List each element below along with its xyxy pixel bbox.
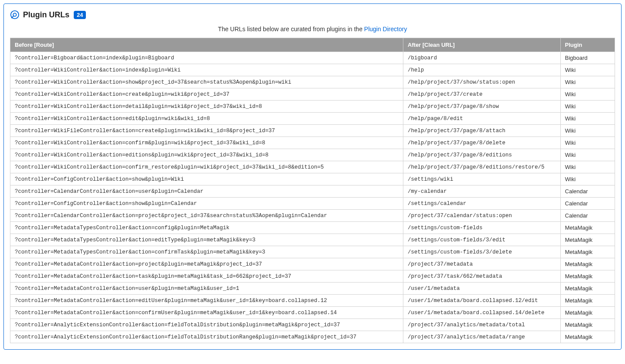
table-row: ?controller=WikiController&action=index&… xyxy=(10,64,615,76)
plugin-urls-panel: Plugin URLs 24 The URLs listed below are… xyxy=(3,3,622,350)
cell-plugin: Bigboard xyxy=(560,52,615,64)
table-row: ?controller=WikiController&action=show&p… xyxy=(10,76,615,88)
cell-before: ?controller=MetadataTypesController&acti… xyxy=(10,222,403,234)
table-row: ?controller=WikiController&action=confir… xyxy=(10,161,615,173)
cell-plugin: Wiki xyxy=(560,113,615,125)
cell-before: ?controller=CalendarController&action=pr… xyxy=(10,210,403,222)
cell-plugin: Wiki xyxy=(560,125,615,137)
table-row: ?controller=WikiController&action=detail… xyxy=(10,101,615,113)
cell-plugin: MetaMagik xyxy=(560,222,615,234)
cell-after: /help/project/37/page/8/editions xyxy=(403,149,560,161)
cell-before: ?controller=WikiController&action=confir… xyxy=(10,137,403,149)
table-row: ?controller=WikiController&action=create… xyxy=(10,88,615,101)
cell-after: /settings/custom-fields xyxy=(403,222,560,234)
panel-header: Plugin URLs 24 xyxy=(10,10,615,20)
cell-after: /settings/custom-fields/3/delete xyxy=(403,246,560,258)
table-row: ?controller=MetadataController&action=ed… xyxy=(10,295,615,307)
cell-before: ?controller=WikiController&action=create… xyxy=(10,88,403,101)
cell-plugin: MetaMagik xyxy=(560,258,615,270)
cell-after: /help/page/8/edit xyxy=(403,113,560,125)
cell-before: ?controller=AnalyticExtensionController&… xyxy=(10,319,403,331)
cell-after: /help/project/37/show/status:open xyxy=(403,76,560,88)
cell-after: /user/1/metadata/board.collapsed.12/edit xyxy=(403,295,560,307)
cell-after: /project/37/analytics/metadata/total xyxy=(403,319,560,331)
cell-plugin: Calendar xyxy=(560,185,615,198)
table-row: ?controller=MetadataController&action=us… xyxy=(10,283,615,295)
cell-before: ?controller=WikiController&action=show&p… xyxy=(10,76,403,88)
cell-after: /project/37/calendar/status:open xyxy=(403,210,560,222)
cell-plugin: MetaMagik xyxy=(560,319,615,331)
cell-after: /help/project/37/page/8/attach xyxy=(403,125,560,137)
table-row: ?controller=WikiController&action=editio… xyxy=(10,149,615,161)
cell-before: ?controller=WikiController&action=confir… xyxy=(10,161,403,173)
cell-before: ?controller=AnalyticExtensionController&… xyxy=(10,331,403,343)
cell-plugin: Wiki xyxy=(560,76,615,88)
panel-title: Plugin URLs xyxy=(23,10,69,20)
table-row: ?controller=MetadataController&action=pr… xyxy=(10,258,615,270)
cell-plugin: MetaMagik xyxy=(560,283,615,295)
cell-plugin: Wiki xyxy=(560,161,615,173)
cell-before: ?controller=WikiController&action=edit&p… xyxy=(10,113,403,125)
cell-plugin: MetaMagik xyxy=(560,295,615,307)
table-row: ?controller=AnalyticExtensionController&… xyxy=(10,331,615,343)
cell-before: ?controller=WikiController&action=index&… xyxy=(10,64,403,76)
cell-after: /help xyxy=(403,64,560,76)
cell-after: /settings/custom-fields/3/edit xyxy=(403,234,560,246)
cell-plugin: Calendar xyxy=(560,210,615,222)
table-row: ?controller=ConfigController&action=show… xyxy=(10,198,615,210)
table-row: ?controller=MetadataTypesController&acti… xyxy=(10,222,615,234)
cell-plugin: Calendar xyxy=(560,198,615,210)
table-row: ?controller=MetadataController&action=co… xyxy=(10,307,615,319)
cell-before: ?controller=MetadataTypesController&acti… xyxy=(10,234,403,246)
cell-plugin: Wiki xyxy=(560,173,615,185)
plugin-icon xyxy=(10,10,20,20)
table-row: ?controller=WikiFileController&action=cr… xyxy=(10,125,615,137)
cell-after: /settings/wiki xyxy=(403,173,560,185)
count-badge: 24 xyxy=(74,11,86,19)
cell-after: /project/37/metadata xyxy=(403,258,560,270)
cell-before: ?controller=Bigboard&action=index&plugin… xyxy=(10,52,403,64)
cell-after: /my-calendar xyxy=(403,185,560,198)
cell-after: /help/project/37/create xyxy=(403,88,560,101)
cell-before: ?controller=WikiController&action=editio… xyxy=(10,149,403,161)
cell-before: ?controller=MetadataTypesController&acti… xyxy=(10,246,403,258)
cell-after: /project/37/task/662/metadata xyxy=(403,270,560,283)
cell-before: ?controller=ConfigController&action=show… xyxy=(10,173,403,185)
intro-text: The URLs listed below are curated from p… xyxy=(10,26,615,32)
table-row: ?controller=MetadataTypesController&acti… xyxy=(10,234,615,246)
cell-before: ?controller=MetadataController&action=co… xyxy=(10,307,403,319)
table-row: ?controller=AnalyticExtensionController&… xyxy=(10,319,615,331)
table-row: ?controller=MetadataTypesController&acti… xyxy=(10,246,615,258)
cell-after: /bigboard xyxy=(403,52,560,64)
header-after: After [Clean URL] xyxy=(403,38,560,52)
cell-after: /settings/calendar xyxy=(403,198,560,210)
cell-plugin: MetaMagik xyxy=(560,307,615,319)
cell-after: /project/37/analytics/metadata/range xyxy=(403,331,560,343)
cell-before: ?controller=MetadataController&action=us… xyxy=(10,283,403,295)
table-row: ?controller=Bigboard&action=index&plugin… xyxy=(10,52,615,64)
intro-prefix: The URLs listed below are curated from p… xyxy=(218,26,364,32)
table-row: ?controller=WikiController&action=confir… xyxy=(10,137,615,149)
table-row: ?controller=WikiController&action=edit&p… xyxy=(10,113,615,125)
cell-after: /help/project/37/page/8/editions/restore… xyxy=(403,161,560,173)
cell-plugin: Wiki xyxy=(560,101,615,113)
cell-plugin: Wiki xyxy=(560,64,615,76)
cell-plugin: Wiki xyxy=(560,88,615,101)
table-row: ?controller=MetadataController&action=ta… xyxy=(10,270,615,283)
cell-before: ?controller=MetadataController&action=ta… xyxy=(10,270,403,283)
header-before: Before [Route] xyxy=(10,38,403,52)
header-plugin: Plugin xyxy=(560,38,615,52)
plugin-directory-link[interactable]: Plugin Directory xyxy=(364,26,407,32)
cell-plugin: Wiki xyxy=(560,137,615,149)
cell-plugin: MetaMagik xyxy=(560,270,615,283)
cell-before: ?controller=MetadataController&action=ed… xyxy=(10,295,403,307)
cell-after: /user/1/metadata xyxy=(403,283,560,295)
cell-after: /user/1/metadata/board.collapsed.14/dele… xyxy=(403,307,560,319)
cell-before: ?controller=MetadataController&action=pr… xyxy=(10,258,403,270)
url-table: Before [Route] After [Clean URL] Plugin … xyxy=(10,38,615,343)
cell-before: ?controller=ConfigController&action=show… xyxy=(10,198,403,210)
cell-before: ?controller=WikiController&action=detail… xyxy=(10,101,403,113)
cell-after: /help/project/37/page/8/show xyxy=(403,101,560,113)
cell-plugin: Wiki xyxy=(560,149,615,161)
cell-plugin: MetaMagik xyxy=(560,234,615,246)
